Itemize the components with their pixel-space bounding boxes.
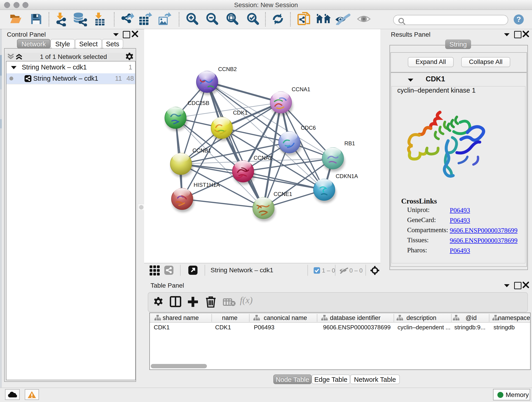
svg-text:CDC6: CDC6 [301, 125, 316, 131]
svg-text:CCNA1: CCNA1 [292, 86, 310, 92]
svg-text:RB1: RB1 [344, 140, 355, 147]
svg-text:CCNB2: CCNB2 [218, 66, 237, 72]
svg-text:HIST1H1A: HIST1H1A [194, 182, 220, 188]
svg-text:CCNB1: CCNB1 [192, 147, 211, 153]
svg-text:CCNA2: CCNA2 [254, 155, 272, 161]
svg-text:CCNE1: CCNE1 [273, 191, 292, 197]
svg-text:CDK1: CDK1 [233, 109, 248, 116]
svg-text:CDC25B: CDC25B [188, 100, 209, 106]
svg-text:CDKN1A: CDKN1A [336, 173, 358, 179]
svg-text:?: ? [516, 15, 521, 23]
